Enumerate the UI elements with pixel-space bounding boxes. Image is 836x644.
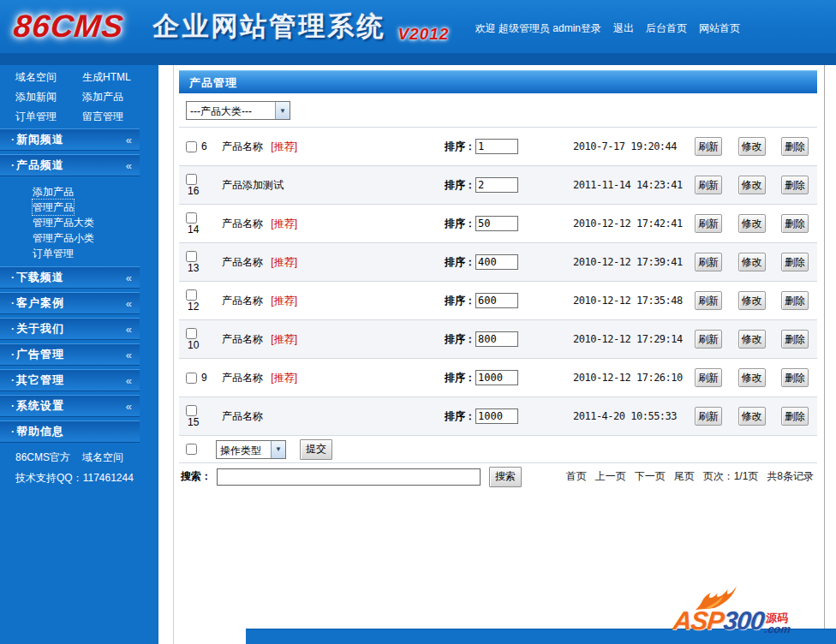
modify-button[interactable]: 修改 — [738, 137, 766, 156]
next-page-link[interactable]: 下一页 — [635, 469, 666, 484]
bullet-icon: · — [11, 426, 15, 438]
refresh-button[interactable]: 刷新 — [695, 407, 722, 426]
row-id: 9 — [201, 372, 207, 384]
operation-type-select[interactable]: 操作类型 ▼ — [216, 440, 286, 459]
delete-button[interactable]: 删除 — [781, 176, 809, 194]
row-checkbox[interactable] — [186, 328, 197, 339]
product-name[interactable]: 产品名称 — [222, 410, 263, 422]
product-name[interactable]: 产品名称 — [222, 256, 263, 268]
refresh-button[interactable]: 刷新 — [695, 291, 722, 310]
sidebar-item-about-us[interactable]: · 关于我们 « — [0, 318, 140, 340]
modify-button[interactable]: 修改 — [738, 253, 766, 271]
refresh-button[interactable]: 刷新 — [695, 330, 722, 349]
top-nav: 欢迎 超级管理员 admin登录 退出 后台首页 网站首页 — [475, 21, 740, 36]
refresh-button[interactable]: 刷新 — [695, 176, 722, 194]
sidebar-item-ad-manage[interactable]: · 广告管理 « — [0, 343, 140, 366]
sort-label: 排序： — [445, 409, 475, 424]
sort-input[interactable] — [475, 254, 518, 270]
sidebar: 域名空间 生成HTML 添加新闻 添加产品 订单管理 留言管理 · 新闻频道 «… — [0, 65, 158, 644]
admin-home-link[interactable]: 后台首页 — [646, 21, 687, 36]
row-checkbox[interactable] — [186, 174, 197, 185]
row-id: 13 — [188, 262, 215, 274]
quick-link-order-manage[interactable]: 订单管理 — [15, 110, 82, 124]
bullet-icon: · — [11, 349, 15, 361]
modify-button[interactable]: 修改 — [738, 214, 766, 233]
quick-link-add-news[interactable]: 添加新闻 — [15, 90, 82, 104]
delete-button[interactable]: 删除 — [781, 291, 809, 310]
modify-button[interactable]: 修改 — [738, 330, 766, 349]
sort-input[interactable] — [475, 139, 518, 154]
sort-input[interactable] — [475, 408, 518, 424]
search-label: 搜索： — [181, 469, 212, 484]
delete-button[interactable]: 删除 — [781, 330, 809, 349]
sort-input[interactable] — [475, 331, 518, 347]
prev-page-link[interactable]: 上一页 — [595, 469, 626, 484]
product-name[interactable]: 产品名称 — [222, 295, 263, 307]
delete-button[interactable]: 删除 — [781, 407, 809, 426]
submit-button[interactable]: 提交 — [300, 439, 332, 460]
first-page-link[interactable]: 首页 — [566, 469, 587, 484]
sidebar-item-help-info[interactable]: · 帮助信息 — [0, 420, 140, 443]
delete-button[interactable]: 删除 — [781, 368, 809, 387]
modify-button[interactable]: 修改 — [738, 176, 766, 194]
logout-link[interactable]: 退出 — [613, 21, 634, 36]
product-name[interactable]: 产品名称 — [222, 372, 263, 384]
collapse-icon: « — [126, 349, 131, 361]
sort-input[interactable] — [475, 177, 518, 193]
modify-button[interactable]: 修改 — [738, 291, 766, 310]
row-checkbox[interactable] — [186, 373, 197, 384]
quick-link-message-manage[interactable]: 留言管理 — [82, 110, 149, 124]
select-all-checkbox[interactable] — [186, 444, 197, 455]
product-name[interactable]: 产品添加测试 — [222, 179, 284, 191]
product-name[interactable]: 产品名称 — [222, 333, 263, 345]
product-name[interactable]: 产品名称 — [222, 218, 263, 230]
quick-link-domain[interactable]: 域名空间 — [15, 70, 82, 85]
delete-button[interactable]: 删除 — [781, 214, 809, 233]
delete-button[interactable]: 删除 — [781, 253, 809, 271]
row-checkbox[interactable] — [186, 212, 197, 224]
sidebar-item-system-settings[interactable]: · 系统设置 « — [0, 395, 140, 417]
category-select[interactable]: ---产品大类--- ▼ — [186, 101, 290, 120]
quick-link-add-product[interactable]: 添加产品 — [82, 90, 149, 104]
recommend-tag: [推荐] — [271, 295, 297, 307]
last-page-link[interactable]: 尾页 — [674, 469, 695, 484]
sidebar-item-news-channel[interactable]: · 新闻频道 « — [0, 128, 140, 151]
sidebar-item-customer-cases[interactable]: · 客户案例 « — [0, 292, 140, 314]
table-row: 9 产品名称 [推荐] 排序： 2010-12-12 17:26:10 刷新 修… — [179, 358, 817, 397]
collapse-icon: « — [126, 159, 131, 172]
bullet-icon: · — [11, 271, 15, 283]
system-title: 企业网站管理系统 — [152, 9, 385, 45]
row-checkbox[interactable] — [186, 405, 197, 416]
row-select-cell: 6 — [186, 140, 215, 152]
refresh-button[interactable]: 刷新 — [695, 253, 722, 271]
delete-button[interactable]: 删除 — [781, 137, 809, 156]
refresh-button[interactable]: 刷新 — [695, 368, 722, 387]
modify-button[interactable]: 修改 — [738, 407, 766, 426]
sidebar-footer-links: 86CMS官方 域名空间 — [0, 450, 158, 465]
sort-input[interactable] — [475, 293, 518, 308]
official-site-link[interactable]: 86CMS官方 — [15, 450, 82, 465]
sidebar-item-download-channel[interactable]: · 下载频道 « — [0, 266, 140, 289]
site-home-link[interactable]: 网站首页 — [699, 21, 740, 36]
sort-input[interactable] — [475, 370, 518, 385]
domain-link[interactable]: 域名空间 — [82, 450, 149, 465]
modify-button[interactable]: 修改 — [738, 368, 766, 387]
search-button[interactable]: 搜索 — [489, 467, 522, 487]
sidebar-item-other-manage[interactable]: · 其它管理 « — [0, 369, 140, 391]
recommend-tag: [推荐] — [271, 140, 297, 152]
quick-link-generate-html[interactable]: 生成HTML — [82, 70, 149, 85]
bullet-icon: · — [11, 374, 15, 386]
row-checkbox[interactable] — [186, 289, 197, 301]
table-row: 13 产品名称 [推荐] 排序： 2010-12-12 17:39:41 刷新 … — [179, 242, 817, 281]
page: 86CMS 企业网站管理系统 V2012 欢迎 超级管理员 admin登录 退出… — [0, 0, 836, 644]
sidebar-item-product-channel[interactable]: · 产品频道 « — [0, 154, 140, 176]
refresh-button[interactable]: 刷新 — [695, 137, 722, 156]
refresh-button[interactable]: 刷新 — [695, 214, 722, 233]
search-input[interactable] — [217, 468, 481, 486]
row-checkbox[interactable] — [186, 141, 197, 152]
product-name[interactable]: 产品名称 — [222, 140, 263, 152]
collapse-icon: « — [126, 400, 131, 413]
row-select-cell: 13 — [186, 250, 215, 274]
row-checkbox[interactable] — [186, 251, 197, 262]
sort-input[interactable] — [475, 216, 518, 231]
